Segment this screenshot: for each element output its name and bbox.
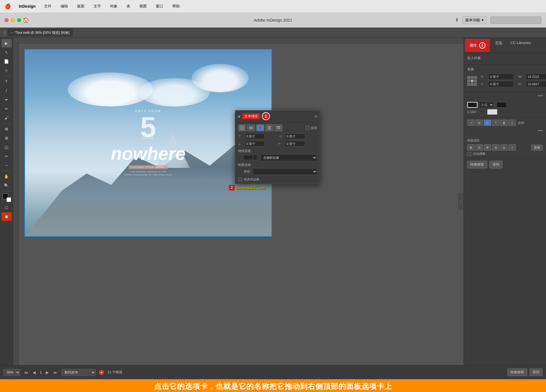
wrap-reverse-checkbox[interactable]	[306, 126, 310, 130]
tool-line[interactable]: /	[1, 86, 12, 95]
tool-direct-select[interactable]: ↖	[1, 48, 12, 57]
tool-brush[interactable]: 🖌	[1, 114, 12, 122]
ref-dot-4[interactable]	[471, 80, 473, 82]
tool-zoom[interactable]: 🔍	[1, 181, 12, 190]
panel-collapse-icon[interactable]: ◆	[238, 115, 240, 118]
ref-dot-5[interactable]	[474, 80, 477, 82]
offset-bottom-input[interactable]	[245, 141, 265, 147]
workspace-selector[interactable]: 基本功能 ▾	[462, 16, 487, 24]
share-icon[interactable]: ⬆	[455, 17, 459, 23]
spread-select[interactable]: 数码发布	[61, 369, 96, 376]
transform-shape-btn[interactable]: 转换形状	[467, 161, 487, 168]
zoom-select[interactable]: 36%	[3, 369, 20, 376]
menu-object[interactable]: 对象	[108, 3, 119, 9]
wrap-jump-btn[interactable]	[265, 124, 273, 131]
document-tab[interactable]: × *Tour.indd @ 36% [GPU 预览] [转换]	[7, 29, 73, 37]
more-options-icon[interactable]: •••	[538, 93, 543, 98]
auto-adjust-checkbox[interactable]	[467, 152, 471, 156]
x-input[interactable]	[488, 74, 514, 80]
tab-close-icon[interactable]: ×	[11, 31, 13, 34]
wrap-object-shape-btn[interactable]	[256, 124, 264, 131]
canvas-scrollbar-right[interactable]: ›	[458, 193, 464, 210]
home-icon[interactable]: 🏠	[23, 17, 29, 23]
tool-placeholder[interactable]: ⊠	[1, 125, 12, 133]
stroke-size-select[interactable]: 0 点	[479, 102, 494, 108]
transform-shape-bottom-btn[interactable]: 转换形状	[507, 368, 527, 376]
app-name-menu[interactable]: InDesign	[19, 4, 36, 9]
search-input[interactable]	[490, 16, 541, 24]
tab-properties[interactable]: 属性 2	[465, 39, 490, 52]
menu-window[interactable]: 窗口	[154, 3, 165, 9]
w-input[interactable]	[526, 74, 546, 80]
include-inside-checkbox[interactable]	[238, 178, 242, 182]
ref-dot-3[interactable]	[467, 80, 470, 82]
tool-pen[interactable]: ✒	[1, 95, 12, 104]
minimize-button[interactable]	[11, 18, 15, 22]
canvas-area[interactable]: Z www.MacZ.com DAYS FROM 5 FROM nowhere …	[13, 38, 464, 365]
type-select[interactable]	[253, 168, 317, 175]
menu-file[interactable]: 文件	[42, 3, 53, 9]
h-input[interactable]	[526, 81, 546, 87]
tool-pencil[interactable]: ✏	[1, 105, 12, 113]
tool-scissors[interactable]: ✂	[1, 152, 12, 160]
align-more-icon[interactable]: •••	[538, 128, 543, 133]
fit-frame-to-content-btn[interactable]: ⊡	[475, 144, 483, 151]
nav-first-btn[interactable]: ⏮	[24, 370, 29, 375]
tool-page[interactable]: 📄	[1, 57, 12, 66]
fit-content-proportionally-btn[interactable]: ⊟	[492, 144, 499, 151]
panel-collapse-left[interactable]: ⟨⟨	[2, 30, 7, 35]
align-center-h-btn[interactable]: ⊟	[475, 120, 483, 126]
maximize-button[interactable]	[17, 18, 21, 22]
align-center-v-btn[interactable]: ⊞	[500, 120, 508, 126]
center-content-btn[interactable]: ◎	[500, 144, 508, 151]
menu-view[interactable]: 视图	[138, 3, 148, 9]
apple-menu[interactable]: 🍎	[5, 3, 11, 9]
menu-table[interactable]: 表	[125, 3, 132, 9]
tool-gap[interactable]: ⊹	[1, 66, 12, 75]
fill-frame-proportionally-btn[interactable]: ⊞	[484, 144, 491, 151]
menu-layout[interactable]: 版面	[75, 3, 86, 9]
ref-dot-8[interactable]	[474, 83, 477, 86]
text-wrap-panel-header[interactable]: ◆ 文本绕排 1 ≡	[235, 110, 320, 122]
y-input[interactable]	[488, 81, 514, 87]
align-top-btn[interactable]: ⊤	[492, 120, 499, 126]
wrap-next-frame-btn[interactable]	[274, 124, 282, 131]
tool-text[interactable]: T	[1, 77, 12, 86]
fit-content-to-frame-btn[interactable]: ⊠	[467, 144, 475, 151]
offset-left-input[interactable]	[285, 141, 305, 147]
tool-free-transform[interactable]: ↔	[1, 161, 12, 170]
tool-selection[interactable]: ▶	[1, 39, 12, 47]
align-right-btn[interactable]: ⊢	[484, 120, 491, 126]
tool-preview[interactable]: ◼	[1, 212, 12, 221]
arrange-btn[interactable]: 排列	[489, 161, 502, 168]
tab-pages[interactable]: 页面	[491, 38, 506, 53]
ref-dot-0[interactable]	[467, 76, 470, 79]
tab-cc-libraries[interactable]: CC Libraries	[506, 38, 535, 53]
wrap-none-btn[interactable]	[238, 124, 246, 131]
menu-edit[interactable]: 编辑	[59, 3, 70, 9]
tool-hand[interactable]: ✋	[1, 172, 12, 181]
nav-next-btn[interactable]: ▶	[45, 370, 49, 375]
menu-text[interactable]: 文字	[92, 3, 103, 9]
tool-fill[interactable]	[1, 192, 12, 203]
panel-options-icon[interactable]: ≡	[315, 114, 317, 118]
nav-prev-btn[interactable]: ◀	[32, 370, 36, 375]
offset-right-input[interactable]	[285, 134, 305, 139]
wrap-bounding-box-btn[interactable]	[247, 124, 255, 131]
wrap-side-select[interactable]: 左侧和右侧	[260, 154, 317, 161]
clear-frame-fitting-btn[interactable]: ⊹	[508, 144, 516, 151]
ref-dot-7[interactable]	[471, 83, 473, 86]
align-left-btn[interactable]: ⊣	[467, 120, 475, 126]
frame-fit-options-btn[interactable]: 选项	[531, 145, 543, 151]
ref-dot-2[interactable]	[474, 76, 477, 79]
ref-dot-1[interactable]	[471, 76, 473, 79]
tool-normal-mode[interactable]: ◻	[1, 203, 12, 212]
tool-frame-grid[interactable]: ⊞	[1, 134, 12, 142]
ref-dot-6[interactable]	[467, 83, 470, 86]
align-bottom-btn[interactable]: ⊥	[508, 120, 516, 126]
stroke-color[interactable]	[467, 102, 477, 108]
offset-top-input[interactable]	[245, 134, 265, 139]
close-button[interactable]	[5, 18, 9, 22]
tool-gradient[interactable]: ◱	[1, 143, 12, 151]
arrange-bottom-btn[interactable]: 排列	[530, 368, 543, 376]
